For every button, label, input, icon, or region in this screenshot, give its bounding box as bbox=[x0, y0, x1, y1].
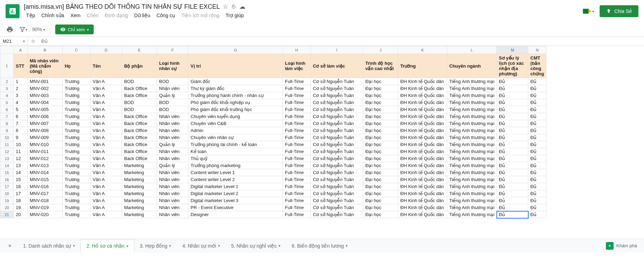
cell-M21[interactable]: Đủ bbox=[497, 211, 528, 218]
cell-J2[interactable]: Đại học bbox=[363, 78, 398, 85]
cell-G9[interactable]: Admin bbox=[188, 127, 283, 134]
cell-E14[interactable]: Marketing bbox=[122, 162, 157, 169]
cell-K10[interactable]: ĐH Kinh tế Quốc dân bbox=[398, 134, 447, 141]
row-header-3[interactable]: 3 bbox=[0, 85, 14, 92]
cell-K21[interactable]: ĐH Kinh tế Quốc dân bbox=[398, 211, 447, 218]
cell-J19[interactable]: Đại học bbox=[363, 197, 398, 204]
cell-N2[interactable]: Đủ bbox=[528, 78, 546, 85]
cell-C3[interactable]: Trương bbox=[63, 85, 91, 92]
cell-I19[interactable]: Cơ sở Nguyễn Tuân bbox=[311, 197, 363, 204]
cell-M13[interactable]: Đủ bbox=[497, 155, 528, 162]
cell-H10[interactable]: Full-Time bbox=[283, 134, 311, 141]
cell-L7[interactable]: Tiếng Anh thương mại bbox=[447, 113, 497, 120]
cell-B11[interactable]: MNV-010 bbox=[28, 141, 63, 148]
cell-B4[interactable]: MNV-003 bbox=[28, 92, 63, 99]
cell-F7[interactable]: Nhân viên bbox=[157, 113, 188, 120]
cell-H15[interactable]: Full-Time bbox=[283, 169, 311, 176]
cell-N18[interactable]: Đủ bbox=[528, 190, 546, 197]
header-cell[interactable]: Trường bbox=[398, 54, 447, 78]
cell-I11[interactable]: Cơ sở Nguyễn Tuân bbox=[311, 141, 363, 148]
cell-H8[interactable]: Full-Time bbox=[283, 120, 311, 127]
cell-D6[interactable]: Văn A bbox=[91, 106, 122, 113]
col-header-D[interactable]: D bbox=[91, 46, 122, 54]
row-header-19[interactable]: 19 bbox=[0, 197, 14, 204]
cell-C4[interactable]: Trương bbox=[63, 92, 91, 99]
cell-B6[interactable]: MNV-005 bbox=[28, 106, 63, 113]
cell-N4[interactable]: Đủ bbox=[528, 92, 546, 99]
cell-M4[interactable]: Đủ bbox=[497, 92, 528, 99]
cell-C15[interactable]: Trương bbox=[63, 169, 91, 176]
cell-M17[interactable]: Đủ bbox=[497, 183, 528, 190]
cell-A14[interactable]: 13 bbox=[14, 162, 28, 169]
cell-F6[interactable]: BOD bbox=[157, 106, 188, 113]
cell-M3[interactable]: Đủ bbox=[497, 85, 528, 92]
cell-G10[interactable]: Chuyên viên nhân sự bbox=[188, 134, 283, 141]
cell-E5[interactable]: BOD bbox=[122, 99, 157, 106]
cell-B10[interactable]: MNV-009 bbox=[28, 134, 63, 141]
cell-I10[interactable]: Cơ sở Nguyễn Tuân bbox=[311, 134, 363, 141]
col-header-K[interactable]: K bbox=[398, 46, 447, 54]
cell-I4[interactable]: Cơ sở Nguyễn Tuân bbox=[311, 92, 363, 99]
cell-G15[interactable]: Content writer Level 1 bbox=[188, 169, 283, 176]
cell-C6[interactable]: Trương bbox=[63, 106, 91, 113]
menu-định-dạng[interactable]: Định dạng bbox=[102, 11, 130, 20]
cell-D19[interactable]: Văn A bbox=[91, 197, 122, 204]
cell-C10[interactable]: Trương bbox=[63, 134, 91, 141]
cell-H14[interactable]: Full-Time bbox=[283, 162, 311, 169]
row-header-11[interactable]: 11 bbox=[0, 141, 14, 148]
col-header-B[interactable]: B bbox=[28, 46, 63, 54]
cell-F20[interactable]: Nhân viên bbox=[157, 204, 188, 211]
cell-L15[interactable]: Tiếng Anh thương mại bbox=[447, 169, 497, 176]
cell-I3[interactable]: Cơ sở Nguyễn Tuân bbox=[311, 85, 363, 92]
row-header-8[interactable]: 8 bbox=[0, 120, 14, 127]
cell-D20[interactable]: Văn A bbox=[91, 204, 122, 211]
cell-N7[interactable]: Đủ bbox=[528, 113, 546, 120]
cell-G20[interactable]: PR - Event Executive bbox=[188, 204, 283, 211]
cell-M7[interactable]: Đủ bbox=[497, 113, 528, 120]
cell-J14[interactable]: Đại học bbox=[363, 162, 398, 169]
cell-B7[interactable]: MNV-006 bbox=[28, 113, 63, 120]
cell-F13[interactable]: Nhân viên bbox=[157, 155, 188, 162]
cell-A4[interactable]: 3 bbox=[14, 92, 28, 99]
cell-F3[interactable]: Nhân viên bbox=[157, 85, 188, 92]
cell-A13[interactable]: 12 bbox=[14, 155, 28, 162]
cell-C16[interactable]: Trương bbox=[63, 176, 91, 183]
header-cell[interactable]: Cơ sở làm việc bbox=[311, 54, 363, 78]
cell-H19[interactable]: Full-Time bbox=[283, 197, 311, 204]
cell-E12[interactable]: Back Office bbox=[122, 148, 157, 155]
cell-A20[interactable]: 19 bbox=[14, 204, 28, 211]
col-header-N[interactable]: N bbox=[528, 46, 546, 54]
cell-I6[interactable]: Cơ sở Nguyễn Tuân bbox=[311, 106, 363, 113]
cell-E17[interactable]: Marketing bbox=[122, 183, 157, 190]
cell-J9[interactable]: Đại học bbox=[363, 127, 398, 134]
row-header-1[interactable]: 1 bbox=[0, 54, 14, 78]
cell-G12[interactable]: Kế toán bbox=[188, 148, 283, 155]
col-header-G[interactable]: G bbox=[188, 46, 283, 54]
cell-L2[interactable]: Tiếng Anh thương mại bbox=[447, 78, 497, 85]
cell-N16[interactable]: Đủ bbox=[528, 176, 546, 183]
cell-D15[interactable]: Văn A bbox=[91, 169, 122, 176]
cell-I2[interactable]: Cơ sở Nguyễn Tuân bbox=[311, 78, 363, 85]
cell-L6[interactable]: Tiếng Anh thương mại bbox=[447, 106, 497, 113]
menu-xem[interactable]: Xem bbox=[68, 11, 83, 20]
cell-F18[interactable]: Nhân viên bbox=[157, 190, 188, 197]
cell-A9[interactable]: 8 bbox=[14, 127, 28, 134]
cell-G14[interactable]: Trưởng phòng marketing bbox=[188, 162, 283, 169]
cell-N20[interactable]: Đủ bbox=[528, 204, 546, 211]
cell-M9[interactable]: Đủ bbox=[497, 127, 528, 134]
row-header-7[interactable]: 7 bbox=[0, 113, 14, 120]
cell-K19[interactable]: ĐH Kinh tế Quốc dân bbox=[398, 197, 447, 204]
col-header-M[interactable]: M bbox=[497, 46, 528, 54]
cell-D12[interactable]: Văn A bbox=[91, 148, 122, 155]
cell-C12[interactable]: Trương bbox=[63, 148, 91, 155]
row-header-6[interactable]: 6 bbox=[0, 106, 14, 113]
col-header-H[interactable]: H bbox=[283, 46, 311, 54]
cell-B20[interactable]: MNV-019 bbox=[28, 204, 63, 211]
cell-B8[interactable]: MNV-007 bbox=[28, 120, 63, 127]
cell-K9[interactable]: ĐH Kinh tế Quốc dân bbox=[398, 127, 447, 134]
cell-F2[interactable]: BOD bbox=[157, 78, 188, 85]
cell-F15[interactable]: Nhân viên bbox=[157, 169, 188, 176]
cell-M20[interactable]: Đủ bbox=[497, 204, 528, 211]
cell-L16[interactable]: Tiếng Anh thương mại bbox=[447, 176, 497, 183]
cell-J3[interactable]: Đại học bbox=[363, 85, 398, 92]
